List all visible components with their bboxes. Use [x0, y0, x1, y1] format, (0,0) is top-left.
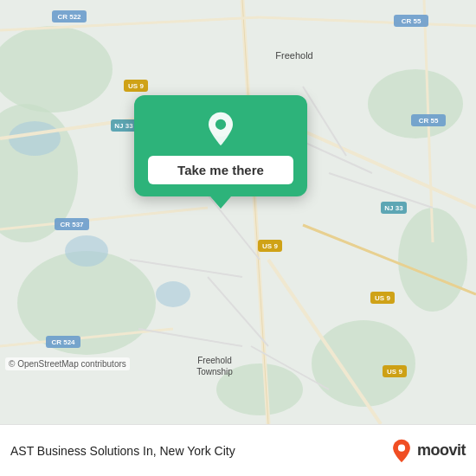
moovit-logo: moovit	[389, 439, 466, 463]
moovit-pin-icon	[389, 439, 414, 463]
moovit-brand-text: moovit	[417, 441, 466, 460]
bottom-bar: AST Business Solutions In, New York City…	[0, 424, 476, 476]
popup-card[interactable]: Take me there	[134, 95, 307, 196]
svg-point-10	[156, 281, 190, 307]
svg-text:Freehold: Freehold	[197, 356, 231, 365]
svg-text:CR 537: CR 537	[60, 221, 84, 228]
location-name: AST Business Solutions In, New York City	[10, 444, 235, 458]
svg-text:US 9: US 9	[387, 368, 402, 376]
svg-text:US 9: US 9	[128, 82, 144, 90]
location-pin-icon	[203, 111, 239, 147]
svg-point-58	[398, 444, 405, 451]
svg-text:CR 55: CR 55	[402, 17, 421, 25]
svg-text:NJ 33: NJ 33	[384, 204, 403, 212]
attribution: © OpenStreetMap contributors	[5, 357, 130, 370]
svg-point-4	[368, 69, 463, 138]
svg-text:CR 522: CR 522	[57, 13, 81, 21]
svg-point-9	[65, 235, 108, 267]
svg-text:NJ 33: NJ 33	[114, 122, 133, 130]
svg-point-57	[215, 119, 226, 130]
svg-text:Freehold: Freehold	[275, 50, 312, 61]
svg-text:CR 55: CR 55	[419, 117, 439, 125]
take-me-there-button[interactable]: Take me there	[148, 156, 293, 184]
svg-text:US 9: US 9	[375, 294, 390, 302]
svg-text:US 9: US 9	[262, 242, 278, 250]
svg-text:CR 524: CR 524	[51, 338, 75, 346]
svg-text:Township: Township	[196, 367, 233, 376]
map-container: CR 522 CR 55 CR 55 US 9 NJ 33 CR 537 US …	[0, 0, 476, 424]
svg-point-6	[312, 320, 415, 407]
svg-point-8	[9, 121, 61, 156]
